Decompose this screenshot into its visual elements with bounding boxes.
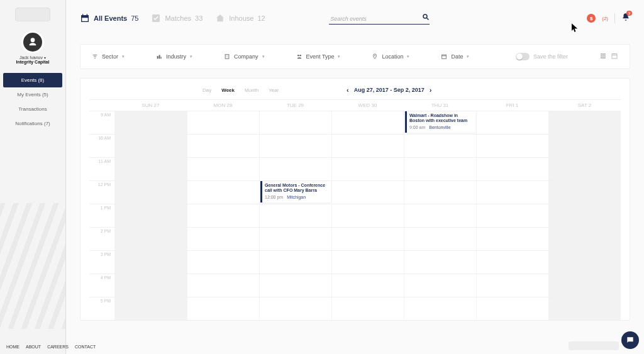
next-week[interactable]: › <box>430 86 432 94</box>
calendar-cell[interactable]: General Motors - Conference call with CF… <box>259 181 331 204</box>
calendar-cell[interactable] <box>476 204 548 227</box>
calendar-cell[interactable] <box>476 274 548 297</box>
sidebar-item-events[interactable]: Events (8) <box>3 73 62 87</box>
calendar-cell[interactable] <box>259 111 331 134</box>
calendar-cell[interactable] <box>114 135 187 157</box>
mode-month[interactable]: Month <box>245 87 258 93</box>
calendar-cell[interactable] <box>331 181 404 204</box>
calendar-cell[interactable] <box>114 158 187 180</box>
calendar-view-icon[interactable] <box>611 52 618 61</box>
tab-all-events[interactable]: All Events 75 <box>80 13 138 23</box>
calendar-cell[interactable] <box>114 274 187 297</box>
calendar-cell[interactable] <box>331 228 404 250</box>
calendar-cell[interactable] <box>548 274 621 297</box>
calendar-cell[interactable] <box>114 181 187 204</box>
calendar-cell[interactable] <box>404 251 476 274</box>
mode-year[interactable]: Year <box>269 87 279 93</box>
calendar-cell[interactable] <box>548 111 621 134</box>
mode-day[interactable]: Day <box>203 87 211 93</box>
calendar-cell[interactable] <box>548 158 621 180</box>
calendar-cell[interactable] <box>259 135 331 157</box>
calendar-cell[interactable] <box>331 204 404 227</box>
calendar-cell[interactable] <box>548 297 621 320</box>
calendar-cell[interactable] <box>404 228 476 250</box>
calendar-cell[interactable]: Walmart - Roadshow in Boston with execut… <box>404 111 476 134</box>
calendar-cell[interactable] <box>404 158 476 180</box>
sidebar-item-notifications[interactable]: Notifications (7) <box>0 116 65 131</box>
calendar-cell[interactable] <box>114 297 187 320</box>
calendar-cell[interactable] <box>187 204 259 227</box>
calendar-cell[interactable] <box>476 111 548 134</box>
calendar-cell[interactable] <box>259 274 331 297</box>
calendar-cell[interactable] <box>114 228 187 250</box>
calendar-cell[interactable] <box>259 297 331 320</box>
calendar-cell[interactable] <box>331 274 404 297</box>
notifications-bell[interactable]: 3 <box>621 13 630 24</box>
calendar-cell[interactable] <box>114 204 187 227</box>
filter-location[interactable]: Location▾ <box>372 53 409 60</box>
calendar-cell[interactable] <box>476 297 548 320</box>
calendar-cell[interactable] <box>187 228 259 250</box>
calendar-cell[interactable] <box>187 111 259 134</box>
calendar-cell[interactable] <box>187 181 259 204</box>
filter-date[interactable]: Date▾ <box>441 53 469 60</box>
calendar-cell[interactable] <box>259 158 331 180</box>
calendar-cell[interactable] <box>548 181 621 204</box>
calendar-cell[interactable] <box>404 135 476 157</box>
calendar-cell[interactable] <box>476 228 548 250</box>
hour-label: 2 PM <box>89 228 114 250</box>
filter-industry[interactable]: Industry▾ <box>156 53 192 60</box>
save-filter[interactable]: Save the filter <box>516 53 568 60</box>
mode-week[interactable]: Week <box>221 87 235 93</box>
calendar-cell[interactable] <box>404 204 476 227</box>
calendar-cell[interactable] <box>187 297 259 320</box>
calendar-cell[interactable] <box>187 274 259 297</box>
sidebar-item-my-events[interactable]: My Events (5) <box>0 87 65 102</box>
calendar-cell[interactable] <box>476 158 548 180</box>
search-icon[interactable] <box>422 12 430 23</box>
filter-company[interactable]: Company▾ <box>224 53 265 60</box>
footer-about[interactable]: ABOUT <box>26 345 41 349</box>
calendar-cell[interactable] <box>548 251 621 274</box>
logo[interactable] <box>15 8 50 21</box>
calendar-cell[interactable] <box>114 251 187 274</box>
calendar-cell[interactable] <box>548 228 621 250</box>
calendar-cell[interactable] <box>548 204 621 227</box>
calendar-cell[interactable] <box>404 181 476 204</box>
user-name[interactable]: Jack Ivanov ▾ <box>19 55 46 60</box>
calendar-cell[interactable] <box>331 135 404 157</box>
search-input[interactable] <box>329 14 430 25</box>
calendar-cell[interactable] <box>259 204 331 227</box>
calendar-cell[interactable] <box>331 251 404 274</box>
sidebar-item-transactions[interactable]: Transactions <box>0 102 65 116</box>
chat-widget[interactable] <box>621 331 639 349</box>
avatar[interactable] <box>23 33 42 52</box>
tab-inhouse[interactable]: Inhouse 12 <box>215 13 265 23</box>
calendar-cell[interactable] <box>331 297 404 320</box>
footer-careers[interactable]: CAREERS <box>47 345 69 349</box>
calendar-cell[interactable] <box>259 251 331 274</box>
filter-event-type[interactable]: Event Type▾ <box>296 53 341 60</box>
calendar-cell[interactable] <box>187 135 259 157</box>
list-view-icon[interactable] <box>599 52 607 61</box>
calendar-cell[interactable] <box>404 297 476 320</box>
calendar-cell[interactable] <box>476 135 548 157</box>
calendar-cell[interactable] <box>548 135 621 157</box>
calendar-cell[interactable] <box>187 251 259 274</box>
calendar-cell[interactable] <box>187 158 259 180</box>
prev-week[interactable]: ‹ <box>347 86 349 94</box>
tab-matches[interactable]: Matches 33 <box>151 13 203 23</box>
calendar-cell[interactable] <box>331 111 404 134</box>
calendar-event[interactable]: General Motors - Conference call with CF… <box>260 181 331 202</box>
calendar-cell[interactable] <box>476 251 548 274</box>
calendar-event[interactable]: Walmart - Roadshow in Boston with execut… <box>405 111 475 133</box>
save-filter-toggle[interactable] <box>516 53 530 60</box>
footer-home[interactable]: HOME <box>6 345 19 349</box>
calendar-cell[interactable] <box>259 228 331 250</box>
calendar-cell[interactable] <box>114 111 187 134</box>
filter-sector[interactable]: Sector▾ <box>92 53 125 60</box>
calendar-cell[interactable] <box>404 274 476 297</box>
calendar-cell[interactable] <box>476 181 548 204</box>
calendar-cell[interactable] <box>331 158 404 180</box>
credits-icon[interactable]: $ <box>587 14 596 23</box>
